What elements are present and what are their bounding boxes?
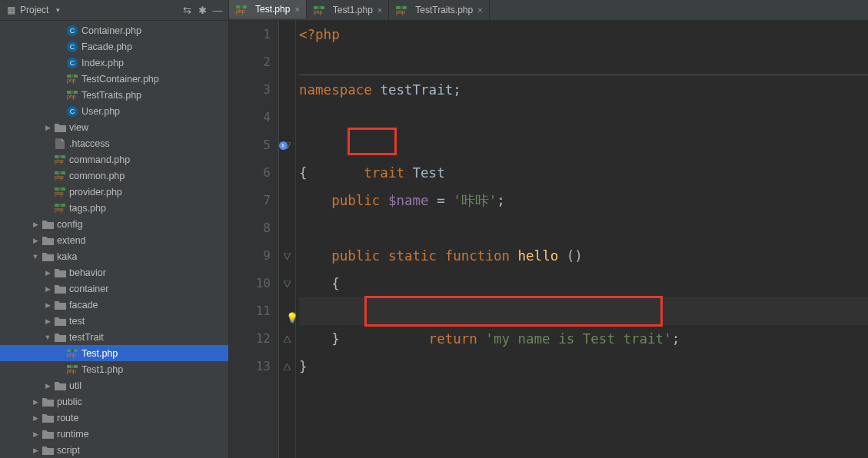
chevron-right-icon[interactable]: ▶: [43, 268, 52, 277]
tree-item[interactable]: phpTestTraits.php: [0, 87, 228, 103]
folder-icon: [54, 121, 66, 134]
chevron-right-icon[interactable]: ▶: [31, 446, 40, 455]
chevron-right-icon[interactable]: ▶: [43, 317, 52, 326]
folder-icon: [42, 444, 54, 456]
tree-item-label: common.php: [69, 171, 125, 181]
editor-tab[interactable]: phpTest1.php×: [307, 0, 389, 20]
fold-cell[interactable]: [279, 353, 295, 380]
intention-bulb-icon[interactable]: 💡: [286, 304, 298, 332]
line-number[interactable]: 1: [229, 21, 271, 48]
chevron-right-icon[interactable]: ▶: [43, 300, 52, 310]
close-icon[interactable]: ×: [294, 5, 299, 14]
php-file-icon: php: [54, 202, 66, 214]
line-number[interactable]: 2: [229, 48, 271, 76]
tree-item[interactable]: ▶view: [0, 119, 228, 135]
tree-item[interactable]: ▶runtime: [0, 426, 228, 442]
line-number[interactable]: 8: [229, 214, 271, 242]
semi: ;: [453, 82, 461, 98]
gear-icon[interactable]: ✱: [196, 4, 208, 16]
tree-item[interactable]: phpTest.php: [0, 345, 228, 361]
tree-item[interactable]: ▶test: [0, 313, 228, 329]
tree-item-label: behavior: [69, 267, 106, 278]
line-number[interactable]: 12: [229, 325, 271, 353]
php-file-icon: php: [235, 3, 248, 15]
tree-item-label: .htaccess: [69, 138, 110, 149]
tree-item[interactable]: CContainer.php: [0, 22, 228, 38]
tree-item[interactable]: phpprovider.php: [0, 184, 228, 200]
str-name-value: '咔咔': [453, 193, 497, 208]
kw-public-2: public: [331, 248, 380, 264]
tree-item[interactable]: phptags.php: [0, 200, 228, 216]
folder-icon: [54, 283, 66, 295]
line-number[interactable]: 6: [229, 159, 271, 187]
fold-toggle-icon[interactable]: [284, 334, 291, 345]
annotation-box-trait-name: [348, 128, 397, 155]
chevron-right-icon[interactable]: ▶: [31, 236, 40, 245]
tree-item[interactable]: .htaccess: [0, 135, 228, 151]
chevron-right-icon[interactable]: ▶: [31, 397, 40, 407]
line-number[interactable]: 10: [229, 270, 271, 297]
chevron-right-icon[interactable]: ▶: [43, 381, 52, 390]
code-area[interactable]: 12345⬇678910111213 <?php namespace testT…: [229, 21, 868, 458]
tree-item[interactable]: phpcommon.php: [0, 168, 228, 184]
tree-item[interactable]: ▶behavior: [0, 264, 228, 280]
php-file-icon: php: [54, 154, 66, 166]
file-icon: [54, 138, 66, 150]
chevron-right-icon[interactable]: ▶: [43, 284, 52, 294]
line-number[interactable]: 3: [229, 76, 271, 104]
chevron-right-icon[interactable]: ▶: [31, 220, 40, 229]
line-number[interactable]: 13: [229, 353, 271, 380]
tree-item[interactable]: ▼kaka: [0, 248, 228, 264]
line-number[interactable]: 9: [229, 242, 271, 270]
line-number[interactable]: 11: [229, 297, 271, 325]
editor-tab[interactable]: phpTest.php×: [229, 0, 307, 20]
implements-gutter-icon[interactable]: ⬇: [278, 140, 288, 151]
fold-toggle-icon[interactable]: [284, 361, 291, 373]
chevron-down-icon[interactable]: ▼: [43, 333, 52, 342]
tree-item[interactable]: phpcommand.php: [0, 151, 228, 168]
assign: =: [429, 193, 454, 208]
chevron-right-icon[interactable]: ▶: [31, 413, 40, 423]
folder-icon: [54, 331, 66, 344]
fold-toggle-icon[interactable]: [284, 278, 291, 290]
tree-item[interactable]: CUser.php: [0, 103, 228, 119]
close-icon[interactable]: ×: [377, 5, 382, 15]
tree-item[interactable]: ▶container: [0, 280, 228, 297]
tree-item-label: route: [57, 413, 79, 423]
tree-item[interactable]: phpTestContainer.php: [0, 71, 228, 87]
editor-tab[interactable]: phpTestTraits.php×: [389, 0, 489, 20]
tree-item[interactable]: phpTest1.php: [0, 361, 228, 377]
tree-item[interactable]: ▶util: [0, 377, 228, 393]
tree-item[interactable]: ▶public: [0, 393, 228, 410]
chevron-right-icon[interactable]: ▶: [31, 430, 40, 439]
tree-item[interactable]: CIndex.php: [0, 55, 228, 71]
project-tree[interactable]: CContainer.phpCFacade.phpCIndex.phpphpTe…: [0, 21, 228, 458]
tree-item[interactable]: ▼testTrait: [0, 329, 228, 345]
line-number[interactable]: 4: [229, 104, 271, 131]
chevron-right-icon[interactable]: ▶: [43, 123, 52, 132]
tree-item[interactable]: ▶script: [0, 442, 228, 458]
tree-item-label: view: [69, 122, 88, 133]
sidebar-header: ▦ Project ▾ ⇆ ✱ —: [0, 0, 228, 21]
brace-close: }: [331, 331, 340, 347]
line-number[interactable]: 7: [229, 187, 271, 214]
chevron-down-icon: ▾: [52, 4, 64, 16]
code-content[interactable]: <?php namespace testTrait; trait Test { …: [296, 21, 868, 458]
scroll-from-source-icon[interactable]: ⇆: [181, 4, 193, 16]
close-icon[interactable]: ×: [477, 5, 482, 15]
project-tool-button[interactable]: ▦ Project ▾: [5, 4, 64, 16]
fold-cell[interactable]: [279, 242, 295, 270]
tree-item[interactable]: CFacade.php: [0, 38, 228, 55]
tree-item[interactable]: ▶facade: [0, 297, 228, 313]
fold-toggle-icon[interactable]: [284, 251, 291, 262]
line-number[interactable]: 5⬇: [229, 131, 271, 159]
tree-item[interactable]: ▶route: [0, 410, 228, 426]
tree-item[interactable]: ▶config: [0, 216, 228, 232]
fold-cell[interactable]: [279, 270, 295, 297]
tree-item[interactable]: ▶extend: [0, 232, 228, 248]
chevron-down-icon[interactable]: ▼: [31, 252, 40, 261]
hide-tool-window-icon[interactable]: —: [211, 4, 224, 16]
php-file-icon: php: [66, 73, 78, 85]
fold-column[interactable]: [279, 21, 296, 458]
php-open-tag: <?php: [299, 27, 340, 42]
